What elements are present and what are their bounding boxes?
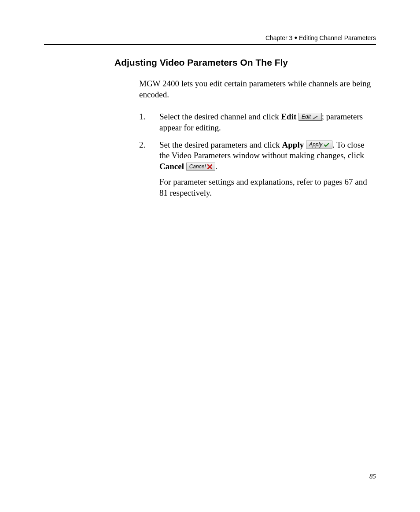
step-2-post: . [215, 162, 217, 171]
step-1-pre: Select the desired channel and click [159, 112, 281, 121]
step-2-pre: Set the desired parameters and click [159, 140, 282, 149]
cancel-button-label: Cancel [189, 163, 206, 170]
step-2-bold-cancel: Cancel [159, 162, 184, 171]
apply-button-label: Apply [309, 141, 322, 148]
header-rule [44, 44, 376, 45]
separator-bullet: ● [294, 34, 299, 41]
cancel-button: Cancel [186, 163, 215, 171]
x-icon [207, 164, 212, 169]
edit-button: Edit [298, 113, 322, 121]
intro-paragraph: MGW 2400 lets you edit certain parameter… [139, 78, 376, 100]
edit-button-label: Edit [302, 114, 311, 120]
page: Chapter 3 ● Editing Channel Parameters A… [0, 0, 420, 512]
chapter-label: Chapter 3 [265, 34, 292, 41]
section-heading: Adjusting Video Parameters On The Fly [114, 57, 376, 68]
step-2-follow: For parameter settings and explanations,… [159, 177, 376, 198]
body-block: MGW 2400 lets you edit certain parameter… [139, 78, 376, 198]
running-header: Chapter 3 ● Editing Channel Parameters [44, 34, 376, 41]
pencil-icon [313, 115, 319, 119]
page-number: 85 [369, 473, 376, 480]
step-1-bold-edit: Edit [281, 112, 296, 121]
apply-button: Apply [306, 141, 332, 148]
check-icon [324, 143, 329, 147]
step-2: Set the desired parameters and click App… [139, 140, 376, 198]
step-1: Select the desired channel and click Edi… [139, 111, 376, 133]
chapter-title: Editing Channel Parameters [299, 34, 376, 41]
steps-list: Select the desired channel and click Edi… [139, 111, 376, 198]
step-2-bold-apply: Apply [282, 140, 304, 149]
